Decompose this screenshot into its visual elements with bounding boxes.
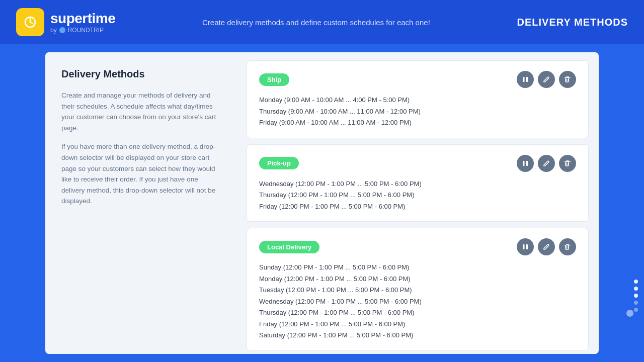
schedule-line: Thursday (9:00 AM - 10:00 AM ... 11:00 A…: [259, 107, 576, 117]
scroll-dot: [634, 308, 638, 312]
svg-rect-10: [523, 161, 525, 166]
scroll-dot: [634, 301, 638, 305]
logo-icon: [16, 8, 44, 36]
pause-button[interactable]: [517, 238, 534, 255]
svg-rect-6: [526, 77, 528, 82]
schedule-line: Wednesday (12:00 PM - 1:00 PM ... 5:00 P…: [259, 297, 576, 307]
card-header: Pick-up: [259, 155, 576, 172]
pause-button[interactable]: [517, 155, 534, 172]
scroll-dot: [634, 287, 638, 291]
schedule-lines: Monday (9:00 AM - 10:00 AM ... 4:00 PM -…: [259, 95, 576, 128]
logo-byline: by ROUNDTRIP: [50, 27, 115, 34]
scroll-dots: [634, 280, 638, 312]
description-paragraph-1: Create and manage your methods of delive…: [61, 90, 220, 133]
logo-area: supertime by ROUNDTRIP: [16, 8, 115, 36]
svg-rect-16: [526, 244, 528, 249]
pause-button[interactable]: [517, 71, 534, 88]
method-badge: Ship: [259, 73, 289, 86]
svg-rect-15: [523, 244, 525, 249]
svg-rect-5: [523, 77, 525, 82]
section-heading: Delivery Methods: [61, 68, 220, 80]
app-header: supertime by ROUNDTRIP Create delivery m…: [0, 0, 644, 44]
card-actions: [517, 238, 576, 255]
svg-point-4: [59, 27, 65, 33]
method-badge: Local Delivery: [259, 241, 319, 253]
delete-button[interactable]: [559, 155, 576, 172]
card-actions: [517, 71, 576, 88]
main-content: Delivery Methods Create and manage your …: [0, 44, 644, 362]
schedule-line: Friday (12:00 PM - 1:00 PM ... 5:00 PM -…: [259, 319, 576, 329]
delivery-card: ShipMonday (9:00 AM - 10:00 AM ... 4:00 …: [247, 60, 589, 138]
header-page-title: DELIVERY METHODS: [517, 17, 628, 28]
schedule-lines: Wednesday (12:00 PM - 1:00 PM ... 5:00 P…: [259, 179, 576, 212]
card-header: Local Delivery: [259, 238, 576, 255]
schedule-lines: Sunday (12:00 PM - 1:00 PM ... 5:00 PM -…: [259, 262, 576, 340]
description-paragraph-2: If you have more than one delivery metho…: [61, 141, 220, 207]
schedule-line: Tuesday (12:00 PM - 1:00 PM ... 5:00 PM …: [259, 285, 576, 295]
scroll-dot: [634, 280, 638, 284]
edit-button[interactable]: [538, 71, 555, 88]
content-wrapper: Delivery Methods Create and manage your …: [45, 52, 599, 354]
schedule-line: Monday (9:00 AM - 10:00 AM ... 4:00 PM -…: [259, 95, 576, 105]
delete-button[interactable]: [559, 71, 576, 88]
delivery-card: Pick-upWednesday (12:00 PM - 1:00 PM ...…: [247, 144, 589, 222]
scroll-handle: [626, 310, 633, 317]
edit-button[interactable]: [538, 238, 555, 255]
schedule-line: Thursday (12:00 PM - 1:00 PM ... 5:00 PM…: [259, 190, 576, 200]
delivery-card: Local DeliverySunday (12:00 PM - 1:00 PM…: [247, 228, 589, 351]
schedule-line: Thursday (12:00 PM - 1:00 PM ... 5:00 PM…: [259, 308, 576, 318]
delete-button[interactable]: [559, 238, 576, 255]
schedule-line: Saturday (12:00 PM - 1:00 PM ... 5:00 PM…: [259, 330, 576, 340]
card-actions: [517, 155, 576, 172]
app-name: supertime: [50, 11, 115, 27]
right-panel[interactable]: ShipMonday (9:00 AM - 10:00 AM ... 4:00 …: [236, 52, 599, 354]
header-subtitle: Create delivery methods and define custo…: [115, 18, 517, 27]
card-header: Ship: [259, 71, 576, 88]
delivery-methods-list: ShipMonday (9:00 AM - 10:00 AM ... 4:00 …: [247, 60, 589, 354]
method-badge: Pick-up: [259, 157, 299, 169]
schedule-line: Wednesday (12:00 PM - 1:00 PM ... 5:00 P…: [259, 179, 576, 189]
schedule-line: Sunday (12:00 PM - 1:00 PM ... 5:00 PM -…: [259, 262, 576, 273]
logo-text: supertime by ROUNDTRIP: [50, 11, 115, 34]
schedule-line: Monday (12:00 PM - 1:00 PM ... 5:00 PM -…: [259, 274, 576, 284]
schedule-line: Friday (12:00 PM - 1:00 PM ... 5:00 PM -…: [259, 202, 576, 212]
left-panel: Delivery Methods Create and manage your …: [45, 52, 236, 354]
edit-button[interactable]: [538, 155, 555, 172]
scroll-dot: [634, 294, 638, 298]
svg-rect-11: [526, 161, 528, 166]
schedule-line: Friday (9:00 AM - 10:00 AM ... 11:00 AM …: [259, 118, 576, 128]
